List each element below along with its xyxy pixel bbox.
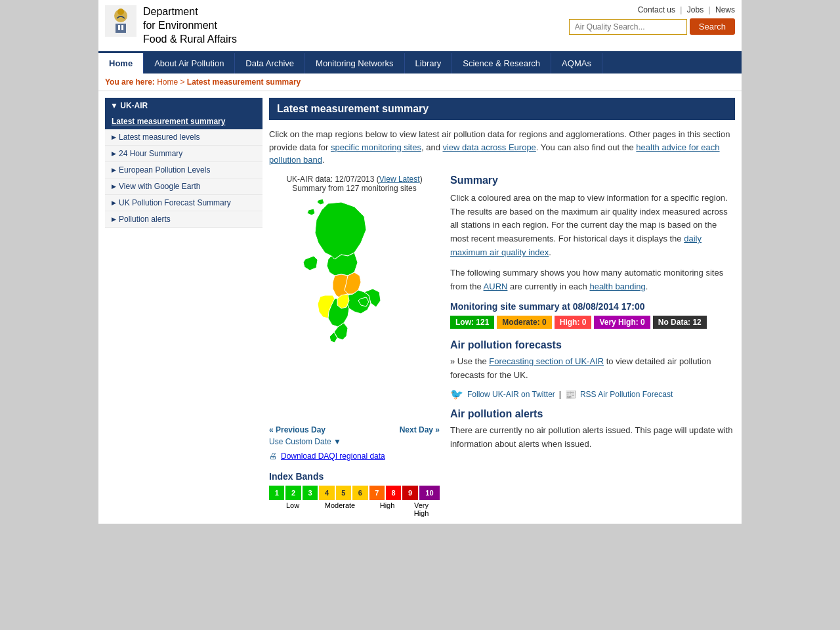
search-bar: Search [569, 18, 735, 35]
band-5: 5 [336, 486, 351, 500]
health-banding-link[interactable]: health banding [589, 282, 645, 291]
header: Department for Environment Food & Rural … [98, 0, 742, 53]
band-8: 8 [386, 486, 401, 500]
label-veryhigh: VeryHigh [411, 501, 432, 517]
nav-home[interactable]: Home [98, 53, 144, 74]
svg-rect-2 [116, 24, 126, 33]
band-1: 1 [269, 486, 284, 500]
band-2: 2 [285, 486, 301, 500]
dept-name: Department for Environment Food & Rural … [143, 5, 237, 46]
twitter-icon: 🐦 [450, 388, 463, 400]
sidebar-active-item[interactable]: Latest measurement summary [105, 114, 262, 129]
sidebar-item-24hour[interactable]: 24 Hour Summary [105, 146, 262, 162]
nav-about[interactable]: About Air Pollution [144, 53, 235, 74]
badge-nodata: No Data: 12 [653, 316, 707, 329]
summary-para1: Click a coloured area on the map to view… [450, 192, 735, 260]
view-latest-link[interactable]: View Latest [379, 175, 420, 184]
summary-para2: The following summary shows you how many… [450, 266, 735, 294]
download-icon: 🖨 [269, 452, 277, 461]
badge-high: High: 0 [555, 316, 592, 329]
sidebar-item-alerts[interactable]: Pollution alerts [105, 211, 262, 228]
sidebar-item-european[interactable]: European Pollution Levels [105, 162, 262, 178]
map-area: UK-AIR data: 12/07/2013 (View Latest) Su… [269, 175, 440, 517]
rss-icon: 📰 [565, 389, 576, 400]
social-links: 🐦 Follow UK-AIR on Twitter | 📰 RSS Air P… [450, 388, 735, 400]
status-badges: Low: 121 Moderate: 0 High: 0 Very High: … [450, 316, 735, 329]
sidebar-item-google[interactable]: View with Google Earth [105, 178, 262, 195]
breadcrumb: You are here: Home > Latest measurement … [98, 74, 742, 91]
summary-panel: Summary Click a coloured area on the map… [450, 175, 735, 517]
svg-rect-4 [118, 25, 120, 30]
search-button[interactable]: Search [690, 18, 735, 35]
summary-heading: Summary [450, 175, 735, 186]
forecast-heading: Air pollution forecasts [450, 339, 735, 351]
header-links: Contact us | Jobs | News [638, 5, 735, 14]
band-4: 4 [319, 486, 334, 500]
intro-text: Click on the map regions below to view l… [269, 128, 735, 167]
badge-moderate: Moderate: 0 [497, 316, 551, 329]
label-high: High [364, 501, 411, 517]
twitter-link[interactable]: Follow UK-AIR on Twitter [467, 390, 555, 399]
band-3: 3 [303, 486, 318, 500]
band-6: 6 [352, 486, 368, 500]
badge-low: Low: 121 [450, 316, 494, 329]
nav-library[interactable]: Library [405, 53, 453, 74]
map-summary-row: UK-AIR data: 12/07/2013 (View Latest) Su… [269, 175, 735, 517]
label-low: Low [269, 501, 316, 517]
map-nav: « Previous Day Next Day » [269, 425, 440, 434]
prev-day-link[interactable]: « Previous Day [269, 425, 326, 434]
header-left: Department for Environment Food & Rural … [105, 5, 237, 46]
sidebar: UK-AIR Latest measurement summary Latest… [105, 98, 262, 517]
nav-archive[interactable]: Data Archive [235, 53, 305, 74]
index-bands: Index Bands 1 2 3 4 5 6 7 8 9 10 [269, 471, 440, 517]
specific-sites-link[interactable]: specific monitoring sites [331, 142, 421, 152]
alerts-heading: Air pollution alerts [450, 408, 735, 420]
jobs-link[interactable]: Jobs [687, 5, 704, 14]
coat-of-arms-icon [105, 5, 136, 37]
main-nav: Home About Air Pollution Data Archive Mo… [98, 53, 742, 74]
download-anchor[interactable]: Download DAQI regional data [281, 452, 385, 461]
social-separator: | [559, 390, 561, 399]
bands-row: 1 2 3 4 5 6 7 8 9 10 [269, 486, 440, 500]
search-input[interactable] [569, 19, 687, 35]
sidebar-item-measured[interactable]: Latest measured levels [105, 129, 262, 146]
content-area: UK-AIR Latest measurement summary Latest… [98, 91, 742, 524]
breadcrumb-home[interactable]: Home [157, 77, 178, 87]
monitoring-heading: Monitoring site summary at 08/08/2014 17… [450, 301, 735, 312]
nav-science[interactable]: Science & Research [452, 53, 551, 74]
alerts-text: There are currently no air pollution ale… [450, 424, 735, 452]
forecasting-link[interactable]: Forecasting section of UK-AIR [489, 356, 604, 366]
forecast-text: » Use the Forecasting section of UK-AIR … [450, 355, 735, 383]
aurn-link[interactable]: AURN [484, 282, 508, 291]
svg-point-3 [117, 9, 124, 15]
breadcrumb-current: Latest measurement summary [187, 77, 301, 87]
contact-link[interactable]: Contact us [638, 5, 675, 14]
badge-veryhigh: Very High: 0 [594, 316, 650, 329]
bands-labels: Low Moderate High VeryHigh [269, 501, 440, 517]
next-day-link[interactable]: Next Day » [400, 425, 440, 434]
main-content: Latest measurement summary Click on the … [269, 98, 735, 517]
view-europe-link[interactable]: view data across Europe [442, 142, 536, 152]
news-link[interactable]: News [715, 5, 735, 14]
map-container [269, 197, 427, 420]
label-moderate: Moderate [316, 501, 364, 517]
sidebar-item-forecast[interactable]: UK Pollution Forecast Summary [105, 195, 262, 211]
svg-rect-5 [121, 25, 123, 30]
nav-monitoring[interactable]: Monitoring Networks [305, 53, 405, 74]
band-9: 9 [402, 486, 417, 500]
index-bands-title: Index Bands [269, 471, 440, 482]
band-7: 7 [369, 486, 385, 500]
rss-link[interactable]: RSS Air Pollution Forecast [580, 390, 673, 399]
page-title: Latest measurement summary [269, 98, 735, 120]
header-right: Contact us | Jobs | News Search [569, 5, 735, 35]
sidebar-section-title: UK-AIR [105, 98, 262, 114]
download-link[interactable]: 🖨 Download DAQI regional data [269, 452, 440, 461]
nav-aqmas[interactable]: AQMAs [551, 53, 602, 74]
custom-date[interactable]: Use Custom Date ▼ [269, 437, 440, 446]
uk-map-svg[interactable] [269, 197, 427, 420]
band-10: 10 [419, 486, 440, 500]
map-date-info: UK-AIR data: 12/07/2013 (View Latest) Su… [269, 175, 440, 193]
